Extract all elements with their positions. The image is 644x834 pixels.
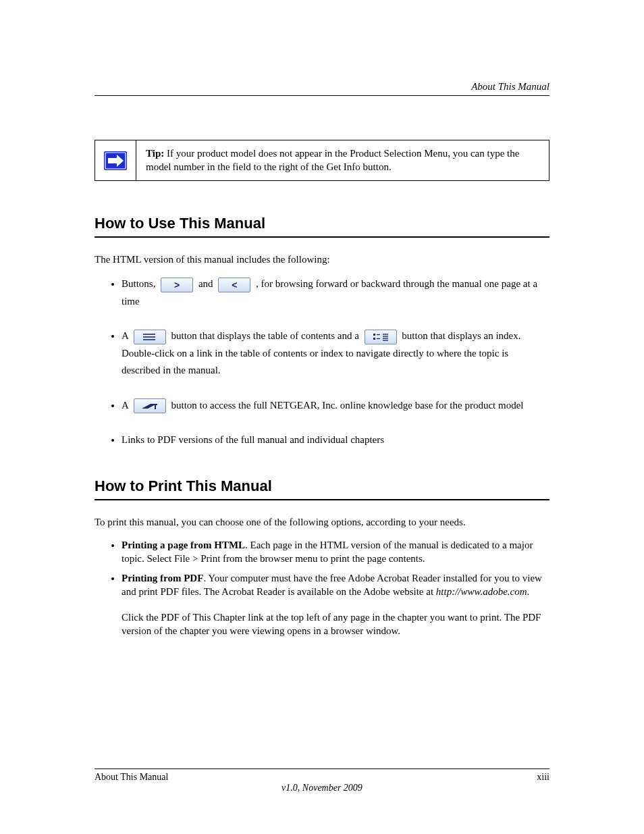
text-fragment: button to access the full NETGEAR, Inc. … — [171, 400, 524, 411]
note-icon-cell — [95, 140, 136, 180]
print-option-list: Printing a page from HTML. Each page in … — [95, 538, 549, 598]
list-item: Printing a page from HTML. Each page in … — [122, 538, 549, 566]
index-icon — [365, 330, 397, 344]
arrow-right-icon — [103, 151, 128, 171]
page-number: xiii — [537, 772, 549, 783]
note-label: Tip: — [146, 148, 164, 159]
note-body: If your product model does not appear in… — [146, 148, 519, 172]
print-item-title: Printing from PDF — [122, 573, 203, 583]
next-page-icon: > — [161, 278, 193, 292]
footer-section-name: About This Manual — [95, 772, 537, 783]
print-manual-intro: To print this manual, you can choose one… — [95, 515, 549, 529]
list-item: Printing from PDF. Your computer must ha… — [122, 571, 549, 599]
page-footer: About This Manual xiii v1.0, November 20… — [95, 768, 549, 793]
use-manual-intro: The HTML version of this manual includes… — [95, 253, 549, 266]
note-text: Tip: If your product model does not appe… — [136, 140, 549, 180]
toc-icon — [134, 330, 166, 344]
prev-page-icon: < — [218, 278, 250, 292]
svg-rect-14 — [153, 404, 157, 405]
list-item: A button to access the full NETGEAR, Inc… — [122, 397, 549, 415]
list-item: A button that displays the table of cont… — [122, 328, 549, 380]
text-fragment: button that displays the table of conten… — [171, 330, 362, 341]
print-item-title: Printing a page from HTML — [122, 540, 245, 550]
svg-rect-5 — [373, 334, 375, 336]
text-fragment: A — [122, 330, 131, 341]
adobe-link[interactable]: http://www.adobe.com — [436, 586, 527, 597]
note-box: Tip: If your product model does not appe… — [95, 140, 549, 181]
text-fragment: Buttons, — [122, 278, 158, 289]
text-fragment: Links to PDF versions of the full manual… — [122, 434, 384, 445]
print-subline: Click the PDF of This Chapter link at th… — [122, 610, 549, 638]
knowledge-base-icon — [134, 398, 166, 413]
section-title-use-manual: How to Use This Manual — [95, 215, 549, 238]
list-item: Links to PDF versions of the full manual… — [122, 432, 549, 449]
svg-rect-13 — [155, 405, 156, 409]
svg-rect-7 — [373, 338, 375, 340]
section-title-print-manual: How to Print This Manual — [95, 477, 549, 500]
running-header: About This Manual — [95, 81, 549, 96]
text-fragment: and — [198, 278, 215, 289]
print-item-tail: . — [527, 586, 530, 597]
list-item: Buttons, > and < , for browsing forward … — [122, 276, 549, 310]
text-fragment: A — [122, 400, 131, 411]
footer-version: v1.0, November 2009 — [95, 783, 549, 793]
icon-feature-list: Buttons, > and < , for browsing forward … — [95, 276, 549, 449]
